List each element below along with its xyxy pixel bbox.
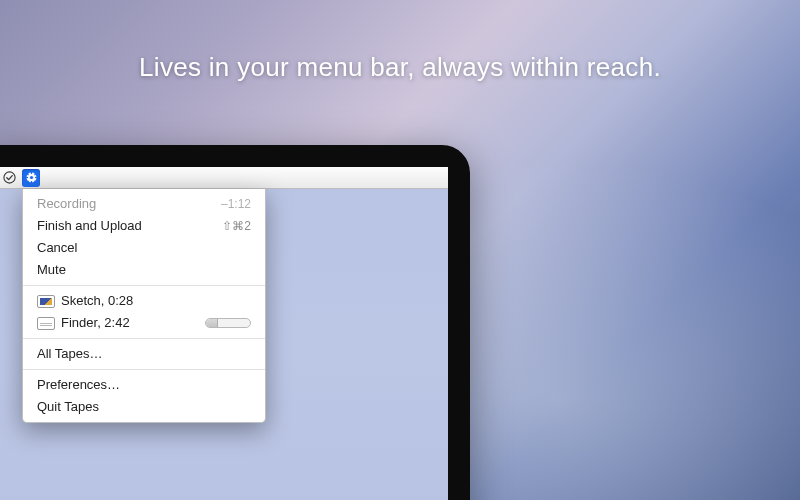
finish-label: Finish and Upload [37,217,216,235]
upload-progress-bar [206,319,218,327]
menu-mute[interactable]: Mute [23,259,265,281]
mute-label: Mute [37,261,251,279]
tapes-menubar-icon[interactable] [22,169,40,187]
quit-label: Quit Tapes [37,398,251,416]
menu-bar [0,167,448,189]
svg-rect-3 [30,172,31,174]
menu-preferences[interactable]: Preferences… [23,374,265,396]
recording-label: Recording [37,195,215,213]
menu-separator [23,285,265,286]
preferences-label: Preferences… [37,376,251,394]
tape-item-sketch[interactable]: Sketch, 0:28 [23,290,265,312]
svg-rect-4 [30,181,31,183]
svg-rect-5 [25,177,27,178]
menu-finish-upload[interactable]: Finish and Upload ⇧⌘2 [23,215,265,237]
menu-quit[interactable]: Quit Tapes [23,396,265,418]
menu-recording-status: Recording –1:12 [23,193,265,215]
menu-separator [23,369,265,370]
monitor-frame: Recording –1:12 Finish and Upload ⇧⌘2 Ca… [0,145,470,500]
menu-all-tapes[interactable]: All Tapes… [23,343,265,365]
recording-time: –1:12 [221,195,251,213]
menu-separator [23,338,265,339]
tape-thumbnail-icon [37,317,55,330]
headline-text: Lives in your menu bar, always within re… [0,52,800,83]
menu-cancel[interactable]: Cancel [23,237,265,259]
check-circle-icon[interactable] [0,169,18,187]
tape-label: Finder, 2:42 [61,314,199,332]
tape-label: Sketch, 0:28 [61,292,251,310]
upload-progress [205,318,251,328]
finish-shortcut: ⇧⌘2 [222,217,251,235]
cancel-label: Cancel [37,239,251,257]
all-tapes-label: All Tapes… [37,345,251,363]
svg-point-2 [29,176,32,179]
tape-item-finder[interactable]: Finder, 2:42 [23,312,265,334]
tape-thumbnail-icon [37,295,55,308]
dropdown-menu: Recording –1:12 Finish and Upload ⇧⌘2 Ca… [22,189,266,423]
desktop-screen: Recording –1:12 Finish and Upload ⇧⌘2 Ca… [0,167,448,500]
svg-rect-6 [35,177,37,178]
svg-point-0 [3,172,14,183]
